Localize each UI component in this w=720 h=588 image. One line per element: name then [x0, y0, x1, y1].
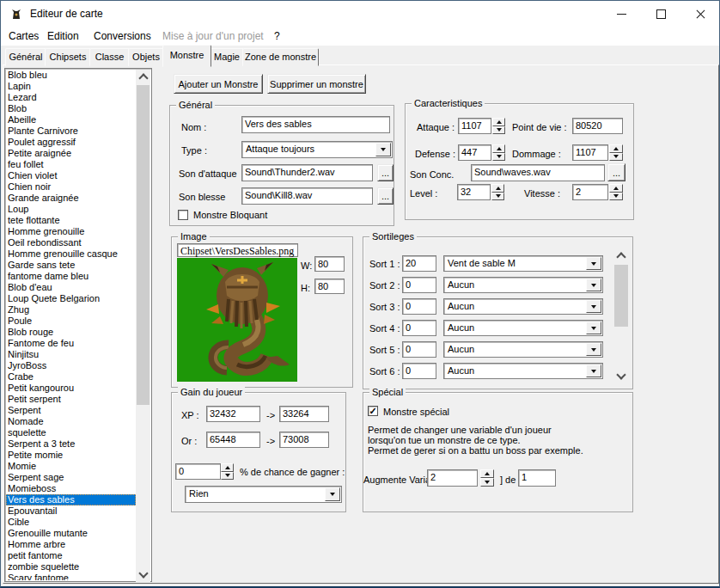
combo-arrow-icon[interactable]: [586, 257, 601, 270]
scrollbar-thumb[interactable]: [137, 85, 149, 405]
drop-select[interactable]: Rien: [185, 486, 342, 503]
list-item[interactable]: Plante Carnivore: [6, 126, 136, 137]
son-blesse-browse-button[interactable]: ...: [377, 187, 394, 205]
list-item[interactable]: tete flottante: [6, 215, 136, 226]
list-item[interactable]: Loup: [6, 204, 136, 215]
width-input[interactable]: 80: [314, 256, 345, 272]
spell-count-input[interactable]: 0: [402, 320, 436, 336]
scroll-up-icon[interactable]: [136, 70, 150, 84]
list-item[interactable]: Momie: [6, 461, 136, 472]
list-item[interactable]: Oeil rebondissant: [6, 237, 136, 248]
list-item[interactable]: Abeille: [6, 114, 136, 126]
tab-general[interactable]: Général: [5, 48, 46, 66]
son-blesse-input[interactable]: Sound\Kill8.wav: [241, 187, 373, 205]
menu-edition[interactable]: Edition: [47, 30, 79, 42]
list-item[interactable]: squelette: [6, 427, 136, 438]
combo-arrow-icon[interactable]: [325, 487, 340, 501]
height-input[interactable]: 80: [314, 279, 345, 294]
close-button[interactable]: [680, 1, 720, 27]
son-conc-browse-button[interactable]: ...: [607, 163, 625, 181]
vitesse-input[interactable]: 2: [572, 184, 608, 200]
list-item[interactable]: Serpent: [6, 405, 136, 416]
list-item[interactable]: Homme grenouille: [6, 226, 136, 237]
scroll-down-icon[interactable]: [136, 567, 150, 582]
attaque-spinner[interactable]: [492, 118, 505, 134]
combo-arrow-icon[interactable]: [586, 279, 601, 291]
combo-arrow-icon[interactable]: [375, 143, 391, 156]
spell-select[interactable]: Aucun: [443, 320, 603, 336]
list-item[interactable]: Petite araignée: [6, 148, 136, 159]
list-item[interactable]: Nomade: [6, 416, 136, 427]
list-item[interactable]: Petit kangourou: [6, 383, 136, 394]
tab-objets[interactable]: Objets: [128, 48, 164, 66]
chance-input[interactable]: 0: [175, 463, 221, 480]
image-path-input[interactable]: Chipset\VersDesSables.png: [177, 243, 298, 257]
list-item[interactable]: Zhug: [6, 304, 136, 315]
minimize-button[interactable]: [601, 1, 641, 27]
xp-to-input[interactable]: 33264: [279, 406, 329, 422]
level-input[interactable]: 32: [457, 184, 491, 200]
list-item[interactable]: Serpent a 3 tete: [6, 438, 136, 450]
son-conc-input[interactable]: Sound\waves.wav: [471, 164, 605, 181]
list-item[interactable]: Crabe: [6, 371, 136, 383]
add-monster-button[interactable]: Ajouter un Monstre: [174, 74, 263, 94]
de-value-input[interactable]: 1: [518, 469, 556, 487]
list-item[interactable]: Blob rouge: [6, 327, 136, 338]
menu-help[interactable]: ?: [274, 30, 280, 42]
list-item[interactable]: Momieboss: [6, 483, 136, 494]
variable-num-input[interactable]: 2: [427, 469, 478, 487]
list-item[interactable]: Homme grenouille casque: [6, 248, 136, 260]
list-item[interactable]: zombie squelette: [6, 561, 136, 573]
list-item[interactable]: Poule: [6, 315, 136, 327]
list-item[interactable]: Blob bleu: [6, 70, 136, 81]
level-spinner[interactable]: [491, 184, 504, 200]
spell-select[interactable]: Aucun: [443, 277, 603, 293]
tab-zone-de-monstre[interactable]: Zone de monstre: [242, 48, 319, 66]
monstre-bloquant-checkbox[interactable]: [178, 210, 188, 220]
defense-spinner[interactable]: [492, 144, 505, 161]
spell-count-input[interactable]: 0: [402, 298, 436, 315]
maximize-button[interactable]: [641, 1, 680, 27]
son-attaque-browse-button[interactable]: ...: [377, 164, 394, 181]
list-item[interactable]: Blob: [6, 103, 136, 114]
list-item[interactable]: JyroBoss: [6, 360, 136, 371]
list-item[interactable]: feu follet: [6, 159, 136, 170]
point-de-vie-input[interactable]: 80520: [572, 118, 623, 134]
spell-select[interactable]: Aucun: [443, 363, 603, 379]
dommage-spinner[interactable]: [609, 144, 623, 161]
tab-monstre[interactable]: Monstre: [162, 45, 211, 67]
list-item[interactable]: Chien violet: [6, 170, 136, 181]
tab-classe[interactable]: Classe: [89, 48, 130, 66]
list-item[interactable]: Serpent sage: [6, 472, 136, 483]
list-item[interactable]: Ninjitsu: [6, 349, 136, 360]
type-select[interactable]: Attaque toujours: [241, 141, 393, 158]
list-item[interactable]: Chien noir: [6, 181, 136, 193]
menu-cartes[interactable]: Cartes: [9, 30, 39, 42]
list-item[interactable]: Lezard: [6, 92, 136, 103]
dommage-input[interactable]: 1107: [572, 144, 608, 161]
spell-count-input[interactable]: 0: [402, 277, 436, 293]
menu-conversions[interactable]: Conversions: [94, 30, 151, 42]
scroll-up-icon[interactable]: [613, 248, 629, 263]
list-item[interactable]: Petite momie: [6, 450, 136, 461]
spell-count-input[interactable]: 0: [402, 341, 436, 358]
tab-chipsets[interactable]: Chipsets: [45, 48, 91, 66]
list-item[interactable]: Epouvantail: [6, 505, 136, 517]
son-attaque-input[interactable]: Sound\Thunder2.wav: [241, 164, 373, 181]
list-item[interactable]: Grenouille mutante: [6, 528, 136, 539]
or-to-input[interactable]: 73008: [279, 432, 329, 448]
variable-num-spinner[interactable]: [480, 469, 494, 487]
monster-list-scrollbar[interactable]: [136, 70, 150, 582]
list-item[interactable]: Cible: [6, 517, 136, 528]
list-item[interactable]: fantome dame bleu: [6, 271, 136, 282]
list-item[interactable]: Homme arbre: [6, 539, 136, 550]
spell-select[interactable]: Aucun: [443, 298, 603, 315]
list-item[interactable]: Scary fantome: [6, 573, 136, 580]
attaque-input[interactable]: 1107: [458, 118, 491, 134]
list-item[interactable]: Garde sans tete: [6, 260, 136, 271]
scroll-down-icon[interactable]: [613, 369, 629, 383]
spell-count-input[interactable]: 0: [402, 363, 436, 379]
spell-select[interactable]: Vent de sable M: [443, 255, 603, 272]
spell-count-input[interactable]: 20: [402, 255, 436, 272]
combo-arrow-icon[interactable]: [586, 300, 601, 313]
